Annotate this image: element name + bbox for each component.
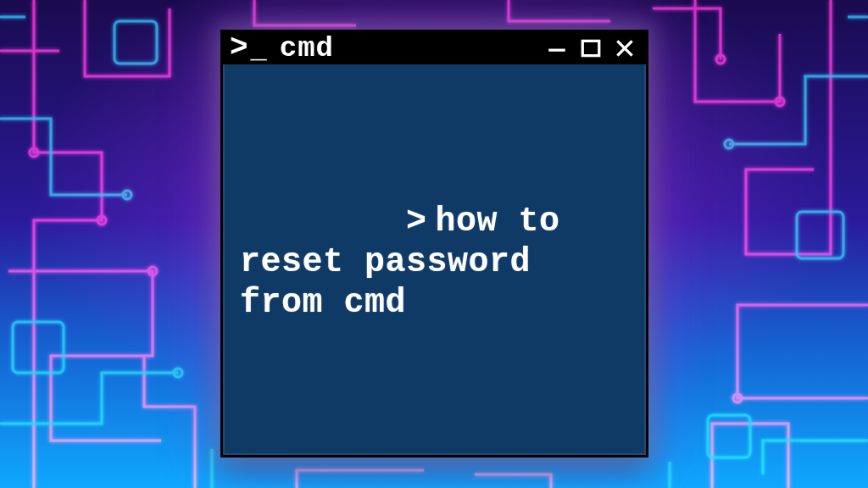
window-title: cmd <box>280 32 334 64</box>
prompt-symbol: > <box>406 202 427 241</box>
titlebar[interactable]: > _ cmd <box>223 32 646 64</box>
svg-rect-6 <box>13 322 64 373</box>
chevron-right-icon: > <box>230 33 249 64</box>
minimize-button[interactable] <box>544 36 570 61</box>
svg-rect-7 <box>797 212 843 258</box>
maximize-button[interactable] <box>578 36 604 61</box>
svg-rect-9 <box>708 415 750 458</box>
terminal-prompt-icon: > _ <box>230 33 268 64</box>
terminal-window: > _ cmd > <box>220 30 648 458</box>
terminal-line: >how to reset password from cmd <box>240 161 629 364</box>
close-button[interactable] <box>612 36 637 61</box>
terminal-body[interactable]: >how to reset password from cmd <box>223 64 646 463</box>
desktop-background: > _ cmd > <box>0 0 868 488</box>
window-controls <box>544 36 637 61</box>
svg-rect-14 <box>582 41 599 55</box>
svg-rect-8 <box>114 21 157 64</box>
underscore-icon: _ <box>251 37 268 64</box>
